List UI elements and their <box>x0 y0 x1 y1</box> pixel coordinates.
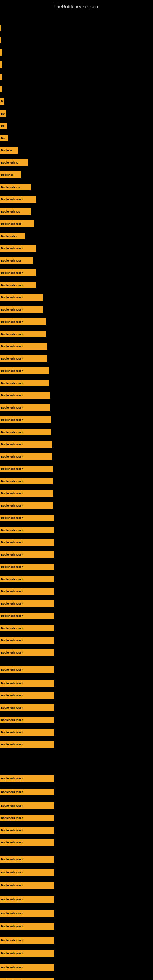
bar-59: Bottleneck result <box>0 775 54 782</box>
bar-37: Bottleneck result <box>0 478 53 485</box>
bar-row-34: Bottleneck result <box>0 441 153 448</box>
bar-row-57: Bottleneck result <box>0 729 153 736</box>
bar-24: Bottleneck result <box>0 318 46 325</box>
bar-row-50: Bottleneck result <box>0 637 153 644</box>
bar-18: Bottleneck result <box>0 245 36 252</box>
bar-row-69: Bottleneck result <box>0 910 153 917</box>
bar-row-38: Bottleneck result <box>0 490 153 497</box>
bar-row-3 <box>0 61 153 68</box>
bar-36: Bottleneck result <box>0 466 53 472</box>
bar-20: Bottleneck result <box>0 269 36 276</box>
bar-17: Bottleneck r <box>0 233 25 240</box>
bar-52: Bottleneck result <box>0 667 54 673</box>
bar-row-8: Bo <box>0 123 153 129</box>
bar-row-28: Bottleneck result <box>0 368 153 374</box>
bar-row-2 <box>0 49 153 56</box>
bar-row-35: Bottleneck result <box>0 453 153 460</box>
bar-27: Bottleneck result <box>0 355 48 362</box>
bar-row-41: Bottleneck result <box>0 527 153 533</box>
bar-32: Bottleneck result <box>0 417 51 423</box>
bar-64: Bottleneck result <box>0 839 54 846</box>
bar-19: Bottleneck resu <box>0 257 33 264</box>
bar-row-29: Bottleneck result <box>0 380 153 387</box>
bar-26: Bottleneck result <box>0 343 48 350</box>
bar-55: Bottleneck result <box>0 705 54 711</box>
bar-row-0 <box>0 24 153 31</box>
bar-9: Bol <box>0 135 8 142</box>
bar-23: Bottleneck result <box>0 306 43 313</box>
bar-row-56: Bottleneck result <box>0 717 153 723</box>
bar-12: Bottlenec <box>0 172 21 178</box>
bar-2 <box>0 49 2 56</box>
bar-row-1 <box>0 37 153 43</box>
bar-60: Bottleneck result <box>0 789 54 795</box>
bar-row-6: B <box>0 98 153 105</box>
bar-row-24: Bottleneck result <box>0 318 153 325</box>
bar-row-12: Bottlenec <box>0 172 153 178</box>
bar-row-27: Bottleneck result <box>0 355 153 362</box>
bar-67: Bottleneck result <box>0 882 54 889</box>
bar-68: Bottleneck result <box>0 896 54 903</box>
bar-row-9: Bol <box>0 135 153 142</box>
bar-15: Bottleneck res <box>0 208 30 215</box>
bar-50: Bottleneck result <box>0 637 54 644</box>
bar-57: Bottleneck result <box>0 729 54 736</box>
bar-row-43: Bottleneck result <box>0 551 153 558</box>
bar-row-45: Bottleneck result <box>0 576 153 582</box>
bar-49: Bottleneck result <box>0 625 54 632</box>
bar-41: Bottleneck result <box>0 527 54 533</box>
bar-30: Bottleneck result <box>0 392 51 399</box>
bar-56: Bottleneck result <box>0 717 54 723</box>
bar-72: Bottleneck result <box>0 950 54 957</box>
bar-46: Bottleneck result <box>0 588 54 595</box>
bar-row-72: Bottleneck result <box>0 950 153 957</box>
bar-row-42: Bottleneck result <box>0 539 153 546</box>
bar-66: Bottleneck result <box>0 869 54 876</box>
bar-0 <box>0 24 1 31</box>
bar-row-5 <box>0 86 153 92</box>
bar-63: Bottleneck result <box>0 827 54 834</box>
bar-row-14: Bottleneck result <box>0 196 153 203</box>
bar-row-68: Bottleneck result <box>0 896 153 903</box>
bar-row-58: Bottleneck result <box>0 741 153 748</box>
bar-row-51: Bottleneck result <box>0 649 153 656</box>
bar-row-65: Bottleneck result <box>0 856 153 863</box>
bar-row-36: Bottleneck result <box>0 466 153 472</box>
site-title: TheBottlenecker.com <box>0 2 153 12</box>
bar-row-26: Bottleneck result <box>0 343 153 350</box>
bar-7: Bo <box>0 110 6 117</box>
bar-row-39: Bottleneck result <box>0 502 153 509</box>
bar-16: Bottleneck resul <box>0 221 34 227</box>
bar-row-13: Bottleneck res <box>0 184 153 191</box>
bar-row-66: Bottleneck result <box>0 869 153 876</box>
bar-row-44: Bottleneck result <box>0 563 153 570</box>
bar-row-7: Bo <box>0 110 153 117</box>
bar-row-53: Bottleneck result <box>0 680 153 687</box>
bar-row-15: Bottleneck res <box>0 208 153 215</box>
bar-row-4 <box>0 73 153 80</box>
bar-row-73: Bottleneck result <box>0 964 153 971</box>
bar-row-19: Bottleneck resu <box>0 257 153 264</box>
bar-38: Bottleneck result <box>0 490 53 497</box>
bar-row-17: Bottleneck r <box>0 233 153 240</box>
bar-45: Bottleneck result <box>0 576 54 582</box>
bar-65: Bottleneck result <box>0 856 54 863</box>
bar-row-70: Bottleneck result <box>0 923 153 930</box>
bar-row-74: Bottleneck result <box>0 978 153 980</box>
bar-row-67: Bottleneck result <box>0 882 153 889</box>
bar-row-60: Bottleneck result <box>0 789 153 795</box>
bar-3 <box>0 61 2 68</box>
bar-22: Bottleneck result <box>0 294 43 301</box>
bar-8: Bo <box>0 123 7 129</box>
bar-62: Bottleneck result <box>0 815 54 821</box>
bar-69: Bottleneck result <box>0 910 54 917</box>
bar-row-62: Bottleneck result <box>0 815 153 821</box>
bar-row-32: Bottleneck result <box>0 417 153 423</box>
bar-43: Bottleneck result <box>0 551 54 558</box>
bar-74: Bottleneck result <box>0 978 54 980</box>
bar-row-49: Bottleneck result <box>0 625 153 632</box>
bar-row-21: Bottleneck result <box>0 282 153 288</box>
bar-row-46: Bottleneck result <box>0 588 153 595</box>
bar-row-61: Bottleneck result <box>0 802 153 809</box>
bar-31: Bottleneck result <box>0 404 51 411</box>
